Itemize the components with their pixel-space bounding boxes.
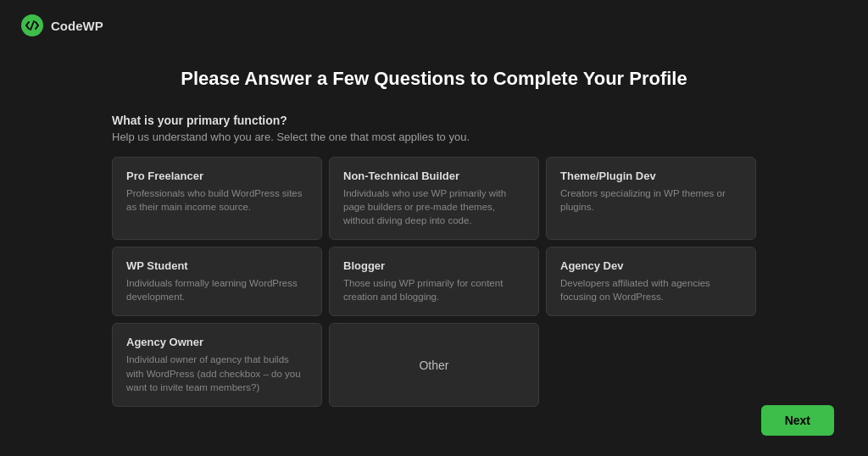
option-pro-freelancer[interactable]: Pro Freelancer Professionals who build W…	[112, 157, 322, 240]
option-other-label: Other	[419, 359, 448, 372]
option-agency-owner[interactable]: Agency Owner Individual owner of agency …	[112, 323, 322, 406]
codewp-logo-icon	[20, 14, 44, 37]
option-blogger[interactable]: Blogger Those using WP primarily for con…	[329, 247, 539, 316]
option-title: Pro Freelancer	[126, 170, 308, 182]
options-grid: Pro Freelancer Professionals who build W…	[112, 157, 756, 407]
option-desc: Those using WP primarily for content cre…	[343, 276, 525, 303]
option-title: Non-Technical Builder	[343, 170, 525, 182]
option-title: WP Student	[126, 259, 308, 272]
option-title: Agency Owner	[126, 336, 308, 348]
option-desc: Professionals who build WordPress sites …	[126, 186, 308, 214]
option-title: Theme/Plugin Dev	[560, 170, 742, 182]
footer: Next	[761, 405, 834, 436]
question-section: What is your primary function? Help us u…	[112, 114, 756, 407]
option-desc: Creators specializing in WP themes or pl…	[560, 186, 742, 214]
page-title: Please Answer a Few Questions to Complet…	[181, 68, 687, 90]
question-label: What is your primary function?	[112, 114, 756, 127]
brand-name: CodeWP	[51, 19, 103, 33]
question-sublabel: Help us understand who you are. Select t…	[112, 131, 756, 143]
option-desc: Individual owner of agency that builds w…	[126, 353, 308, 393]
next-button[interactable]: Next	[761, 405, 834, 436]
option-non-technical-builder[interactable]: Non-Technical Builder Individuals who us…	[329, 157, 539, 240]
option-agency-dev[interactable]: Agency Dev Developers affiliated with ag…	[546, 247, 756, 316]
option-theme-plugin-dev[interactable]: Theme/Plugin Dev Creators specializing i…	[546, 157, 756, 240]
option-wp-student[interactable]: WP Student Individuals formally learning…	[112, 247, 322, 316]
option-title: Agency Dev	[560, 259, 742, 272]
main-content: Please Answer a Few Questions to Complet…	[0, 51, 868, 424]
option-desc: Individuals formally learning WordPress …	[126, 276, 308, 303]
option-title: Blogger	[343, 259, 525, 272]
option-desc: Developers affiliated with agencies focu…	[560, 276, 742, 303]
option-other[interactable]: Other	[329, 323, 539, 406]
header: CodeWP	[0, 0, 868, 51]
option-desc: Individuals who use WP primarily with pa…	[343, 186, 525, 227]
